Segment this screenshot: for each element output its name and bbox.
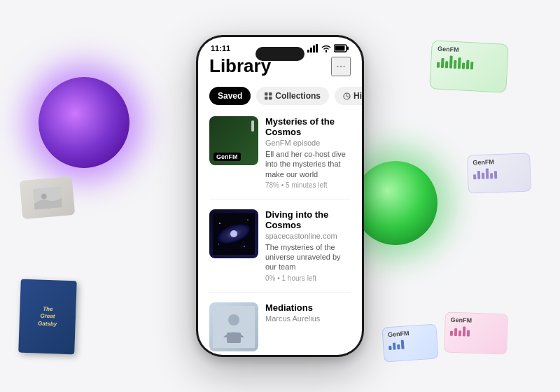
photo-icon — [32, 186, 62, 209]
item-thumbnail-3 — [209, 302, 258, 351]
more-button[interactable]: ··· — [331, 57, 351, 76]
battery-icon — [334, 44, 349, 52]
svg-point-17 — [219, 223, 220, 224]
float-card-br-label: GenFM — [388, 328, 432, 338]
svg-rect-10 — [269, 92, 272, 96]
svg-rect-7 — [347, 47, 349, 50]
purple-orb — [38, 77, 130, 168]
tab-collections-label: Collections — [275, 91, 321, 101]
svg-point-16 — [230, 230, 237, 237]
card-bars — [437, 55, 502, 71]
float-book: The Great Gatsby — [18, 279, 77, 355]
svg-rect-5 — [316, 44, 318, 52]
item-thumbnail-2 — [209, 209, 258, 258]
item-title-1: Mysteries of the Cosmos — [265, 116, 351, 137]
svg-rect-12 — [269, 97, 272, 100]
clock-icon — [343, 92, 351, 100]
svg-point-20 — [218, 244, 218, 244]
svg-point-18 — [247, 219, 248, 220]
svg-rect-23 — [227, 332, 241, 343]
divider-2 — [209, 292, 351, 293]
meditation-image — [213, 306, 255, 348]
wifi-icon — [321, 44, 331, 52]
status-icons — [307, 44, 349, 52]
item-desc-1: Ell and her co-host dive into the myster… — [265, 149, 351, 179]
tab-history[interactable]: History — [335, 87, 362, 105]
svg-point-1 — [41, 193, 47, 200]
svg-rect-8 — [335, 46, 345, 51]
item-info-3: Mediations Marcus Aurelius — [265, 302, 351, 351]
item-source-2: spacecastonline.com — [265, 232, 351, 240]
phone-screen: 11:11 — [198, 37, 362, 355]
green-orb — [354, 161, 438, 245]
status-time: 11:11 — [211, 44, 230, 52]
item-info-2: Diving into the Cosmos spacecastonline.c… — [265, 209, 351, 282]
item-title-2: Diving into the Cosmos — [265, 209, 351, 230]
svg-rect-2 — [307, 50, 309, 52]
svg-rect-4 — [313, 46, 315, 52]
item-source-1: GenFM episode — [265, 139, 351, 147]
float-photo-left — [20, 176, 76, 219]
item-source-3: Marcus Aurelius — [265, 314, 351, 323]
float-card-bottom: GenFM — [444, 312, 508, 354]
library-content: Library ··· Saved C — [198, 55, 362, 355]
galaxy-image — [213, 213, 255, 255]
item-thumbnail-1: GenFM — [209, 116, 258, 165]
item-desc-2: The mysteries of the universe unraveled … — [265, 242, 351, 272]
svg-rect-9 — [265, 92, 268, 96]
phone-frame: 11:11 — [196, 35, 364, 357]
filter-tabs: Saved Collections — [209, 87, 351, 105]
float-card-right: GenFM — [467, 153, 531, 193]
svg-point-22 — [228, 314, 239, 326]
card-bars-right — [473, 167, 525, 180]
dynamic-island — [255, 47, 304, 61]
signal-icon — [307, 44, 318, 52]
divider-1 — [209, 199, 351, 200]
item-info-1: Mysteries of the Cosmos GenFM episode El… — [265, 116, 351, 189]
float-card-top: GenFM — [429, 40, 509, 93]
svg-point-19 — [244, 246, 245, 247]
list-item[interactable]: GenFM Mysteries of the Cosmos GenFM epis… — [209, 116, 351, 189]
float-card-br: GenFM — [382, 323, 438, 362]
card-bars-br — [388, 338, 433, 350]
item-title-3: Mediations — [265, 302, 351, 313]
item-meta-2: 0% • 1 hours left — [265, 274, 351, 282]
tab-saved[interactable]: Saved — [209, 87, 251, 105]
svg-rect-11 — [265, 97, 268, 100]
tab-saved-label: Saved — [218, 91, 242, 101]
item-meta-1: 78% • 5 minutes left — [265, 181, 351, 189]
card-bars-bottom — [450, 326, 502, 338]
list-item-3[interactable]: Mediations Marcus Aurelius — [209, 302, 351, 351]
float-card-label: GenFM — [438, 46, 502, 56]
float-card-bottom-label: GenFM — [450, 316, 502, 326]
svg-rect-0 — [32, 186, 62, 209]
tab-collections[interactable]: Collections — [256, 87, 329, 105]
progress-bar-1 — [251, 120, 254, 132]
genfm-badge: GenFM — [214, 153, 241, 161]
grid-icon — [265, 92, 272, 100]
tab-history-label: History — [354, 91, 362, 101]
svg-rect-3 — [310, 48, 312, 52]
float-card-right-label: GenFM — [472, 158, 524, 167]
phone-container: 11:11 — [196, 35, 364, 357]
book-title: The Great Gatsby — [38, 305, 57, 328]
list-item-2[interactable]: Diving into the Cosmos spacecastonline.c… — [209, 209, 351, 282]
